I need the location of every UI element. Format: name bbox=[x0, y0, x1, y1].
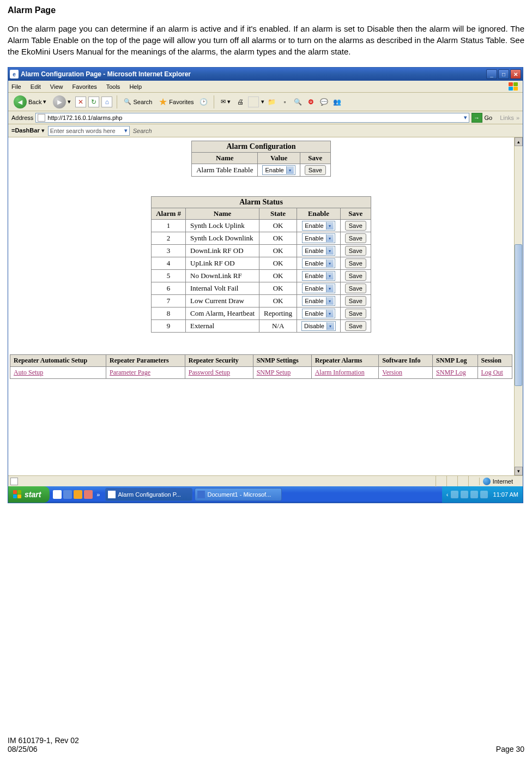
nav-header: Session bbox=[477, 355, 512, 367]
word-icon bbox=[197, 491, 205, 498]
config-save-cell: Save bbox=[300, 164, 330, 177]
nav-link-version[interactable]: Version bbox=[382, 369, 402, 376]
scroll-down-button[interactable]: ▾ bbox=[515, 467, 523, 475]
status-save-button[interactable]: Save bbox=[345, 246, 366, 256]
status-enable-select[interactable]: Disable▾ bbox=[301, 321, 336, 331]
status-save-cell: Save bbox=[340, 307, 371, 320]
scroll-thumb[interactable] bbox=[515, 244, 522, 386]
menu-help[interactable]: Help bbox=[129, 83, 142, 90]
search-icon: 🔍 bbox=[124, 98, 131, 105]
content-viewport: Alarm Configuration Name Value Save Alar… bbox=[8, 137, 523, 475]
nav-link-password-setup[interactable]: Password Setup bbox=[189, 369, 230, 376]
toolbar-icon-5[interactable]: 👥 bbox=[332, 96, 343, 107]
status-save-button[interactable]: Save bbox=[345, 321, 366, 331]
links-label[interactable]: Links bbox=[500, 114, 514, 121]
chevron-down-icon[interactable]: ▾ bbox=[464, 114, 467, 121]
status-enable-select[interactable]: Enable▾ bbox=[302, 271, 335, 281]
back-label: Back bbox=[28, 99, 41, 105]
menu-view[interactable]: View bbox=[50, 83, 63, 90]
status-save-button[interactable]: Save bbox=[345, 309, 366, 318]
toolbar-icon-3[interactable]: ⚙ bbox=[306, 96, 317, 107]
scroll-track[interactable] bbox=[515, 146, 523, 467]
minimize-button[interactable]: _ bbox=[486, 69, 497, 79]
tray-expand-icon[interactable]: ‹ bbox=[446, 491, 449, 498]
taskbar-clock[interactable]: 11:07 AM bbox=[493, 491, 518, 498]
config-save-button[interactable]: Save bbox=[305, 165, 326, 175]
print-button[interactable]: 🖨 bbox=[235, 96, 246, 107]
status-num: 7 bbox=[152, 295, 186, 307]
status-save-button[interactable]: Save bbox=[345, 284, 366, 293]
status-save-button[interactable]: Save bbox=[345, 296, 366, 306]
address-input[interactable]: http://172.16.0.1/alarms.php ▾ bbox=[35, 113, 469, 123]
status-num: 2 bbox=[152, 232, 186, 245]
tray-icon[interactable] bbox=[480, 491, 488, 498]
close-button[interactable]: ✕ bbox=[510, 69, 521, 79]
menu-tools[interactable]: Tools bbox=[106, 83, 120, 90]
ql-icon[interactable] bbox=[74, 490, 82, 499]
edit-button[interactable] bbox=[248, 96, 259, 107]
status-save-button[interactable]: Save bbox=[345, 221, 366, 231]
tray-icon[interactable] bbox=[461, 491, 468, 498]
folder-icon[interactable]: 📁 bbox=[267, 96, 277, 107]
status-enable-cell: Enable▾ bbox=[297, 220, 341, 232]
status-enable-cell: Enable▾ bbox=[297, 282, 341, 295]
nav-link-alarm-information[interactable]: Alarm Information bbox=[315, 369, 365, 376]
status-save-button[interactable]: Save bbox=[345, 271, 366, 281]
status-enable-select[interactable]: Enable▾ bbox=[302, 221, 335, 231]
status-save-button[interactable]: Save bbox=[345, 258, 366, 268]
go-button[interactable]: → bbox=[471, 113, 482, 123]
status-enable-select[interactable]: Enable▾ bbox=[302, 284, 335, 293]
ql-icon[interactable] bbox=[53, 490, 62, 499]
stop-button[interactable]: ✕ bbox=[75, 96, 86, 107]
nav-link-log-out[interactable]: Log Out bbox=[481, 369, 503, 376]
tray-icon[interactable] bbox=[470, 491, 478, 498]
status-enable-select[interactable]: Enable▾ bbox=[302, 309, 335, 318]
chevron-right-icon[interactable]: » bbox=[96, 491, 100, 498]
task-item[interactable]: Document1 - Microsof... bbox=[195, 488, 282, 501]
scroll-up-button[interactable]: ▴ bbox=[515, 137, 523, 146]
search-button[interactable]: 🔍 Search bbox=[122, 97, 154, 106]
back-button[interactable]: ◄ Back ▾ bbox=[11, 94, 49, 110]
ql-icon[interactable] bbox=[63, 490, 72, 499]
home-button[interactable]: ⌂ bbox=[101, 96, 112, 107]
nav-link-snmp-setup[interactable]: SNMP Setup bbox=[257, 369, 291, 376]
status-enable-select[interactable]: Enable▾ bbox=[302, 296, 335, 306]
favorites-button[interactable]: ★ Favorites bbox=[156, 95, 196, 109]
status-cell bbox=[468, 476, 479, 487]
tray-icon[interactable] bbox=[451, 491, 458, 498]
status-enable-text: Enable bbox=[305, 298, 323, 304]
dashbar-label[interactable]: =DashBar ▾ bbox=[11, 127, 45, 134]
maximize-button[interactable]: □ bbox=[498, 69, 509, 79]
task-item-active[interactable]: Alarm Configuration P... bbox=[105, 488, 192, 501]
chevron-right-icon[interactable]: » bbox=[516, 114, 519, 121]
menu-favorites[interactable]: Favorites bbox=[72, 83, 97, 90]
nav-link-auto-setup[interactable]: Auto Setup bbox=[14, 369, 43, 376]
chevron-down-icon: ▾ bbox=[326, 260, 334, 267]
dashbar-search-input[interactable]: Enter search words here ▾ bbox=[48, 126, 130, 136]
status-save-button[interactable]: Save bbox=[345, 233, 366, 243]
toolbar-icon-2[interactable]: 🔍 bbox=[293, 96, 304, 107]
dashbar-search-button[interactable]: Search bbox=[133, 128, 152, 134]
nav-link-snmp-log[interactable]: SNMP Log bbox=[436, 369, 466, 376]
status-enable-select[interactable]: Enable▾ bbox=[302, 258, 335, 268]
menu-file[interactable]: File bbox=[11, 83, 21, 90]
config-value-select[interactable]: Enable ▾ bbox=[262, 165, 295, 175]
start-button[interactable]: start bbox=[8, 486, 50, 503]
ql-icon[interactable] bbox=[84, 490, 93, 499]
vertical-scrollbar[interactable]: ▴ ▾ bbox=[514, 137, 523, 475]
status-enable-select[interactable]: Enable▾ bbox=[302, 233, 335, 243]
history-button[interactable]: 🕑 bbox=[198, 96, 209, 107]
mail-button[interactable]: ✉▾ bbox=[219, 97, 233, 106]
toolbar-icon-4[interactable]: 💬 bbox=[319, 96, 330, 107]
status-enable-select[interactable]: Enable▾ bbox=[302, 246, 335, 256]
window-title: Alarm Configuration Page - Microsoft Int… bbox=[21, 70, 486, 78]
nav-link-parameter-page[interactable]: Parameter Page bbox=[110, 369, 150, 376]
status-save-cell: Save bbox=[340, 320, 371, 333]
forward-button[interactable]: ► ▾ bbox=[51, 94, 73, 110]
menu-edit[interactable]: Edit bbox=[31, 83, 41, 90]
status-enable-cell: Enable▾ bbox=[297, 307, 341, 320]
toolbar-icon-1[interactable]: ▫ bbox=[280, 96, 291, 107]
status-name: External bbox=[186, 320, 259, 333]
refresh-button[interactable]: ↻ bbox=[88, 96, 99, 107]
favorites-label: Favorites bbox=[169, 99, 194, 105]
